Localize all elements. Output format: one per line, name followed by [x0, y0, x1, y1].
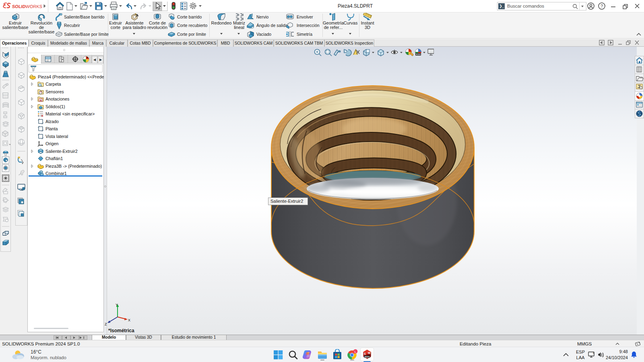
svg-text:W: W [368, 352, 371, 354]
svg-text:X: X [128, 318, 130, 322]
svg-text:Y: Y [116, 303, 118, 307]
svg-text:S: S [364, 352, 366, 355]
svg-text:?: ? [601, 4, 603, 8]
svg-text:L: L [355, 350, 356, 354]
svg-text:2024: 2024 [364, 356, 370, 358]
svg-text:A: A [40, 99, 42, 102]
svg-text:SOLIDWORKS: SOLIDWORKS [12, 4, 42, 9]
svg-text:Z: Z [105, 322, 107, 326]
